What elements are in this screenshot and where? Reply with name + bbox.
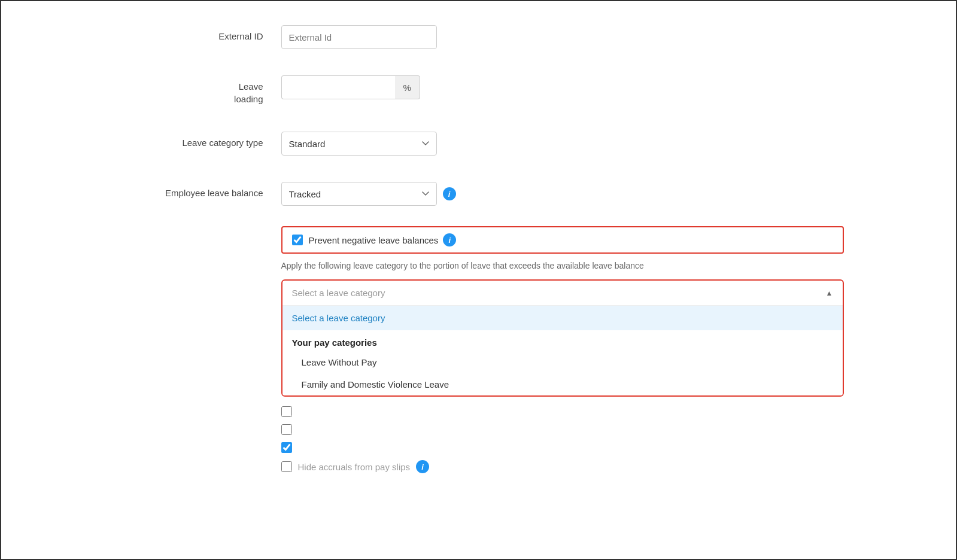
- extra-checkbox-rows: Hide accruals from pay slips i: [281, 406, 844, 479]
- prevent-negative-row: Prevent negative leave balances i: [281, 226, 844, 254]
- external-id-row: External ID: [114, 19, 844, 55]
- dropdown-item-lwp[interactable]: Leave Without Pay: [282, 351, 843, 373]
- prevent-section: Prevent negative leave balances i Apply …: [281, 226, 844, 397]
- leave-category-type-label: Leave category type: [114, 132, 281, 149]
- employee-leave-balance-select[interactable]: Tracked Not Tracked: [281, 182, 437, 206]
- hide-accruals-checkbox[interactable]: [281, 461, 292, 472]
- extra-checkbox-3[interactable]: [281, 442, 292, 453]
- extra-checkbox-2[interactable]: [281, 424, 292, 435]
- extra-checkbox-row-2: [281, 424, 844, 435]
- leave-category-type-control: Standard Custom: [281, 132, 844, 156]
- leave-loading-input[interactable]: 0: [281, 75, 395, 99]
- hide-accruals-info-icon[interactable]: i: [416, 460, 429, 473]
- employee-leave-balance-row: Employee leave balance Tracked Not Track…: [114, 176, 844, 212]
- external-id-label: External ID: [114, 25, 281, 42]
- employee-leave-balance-control: Tracked Not Tracked i: [281, 182, 844, 206]
- employee-leave-balance-info-icon[interactable]: i: [443, 187, 456, 200]
- leave-loading-group: 0 %: [281, 75, 420, 99]
- dropdown-list: Select a leave category Your pay categor…: [282, 306, 843, 395]
- bottom-row: Hide accruals from pay slips i: [281, 460, 844, 479]
- extra-checkbox-row-1: [281, 406, 844, 417]
- chevron-up-icon: ▲: [826, 289, 833, 297]
- dropdown-select-option[interactable]: Select a leave category: [282, 306, 843, 330]
- dropdown-placeholder: Select a leave category: [292, 288, 385, 298]
- hide-accruals-label: Hide accruals from pay slips: [298, 462, 411, 472]
- leave-category-type-row: Leave category type Standard Custom: [114, 126, 844, 162]
- sub-description: Apply the following leave category to th…: [281, 260, 844, 272]
- prevent-negative-label: Prevent negative leave balances i: [309, 233, 457, 246]
- leave-loading-row: Leave loading 0 %: [114, 69, 844, 111]
- dropdown-group-label: Your pay categories: [282, 330, 843, 351]
- external-id-control: [281, 25, 844, 49]
- percent-button: %: [395, 75, 420, 99]
- leave-loading-label: Leave loading: [114, 75, 281, 105]
- extra-checkbox-1[interactable]: [281, 406, 292, 417]
- prevent-negative-checkbox[interactable]: [292, 235, 303, 245]
- leave-category-dropdown-header[interactable]: Select a leave category ▲: [282, 281, 843, 306]
- page-wrapper: External ID Leave loading 0 % Leave cate…: [0, 0, 957, 560]
- leave-category-type-select[interactable]: Standard Custom: [281, 132, 437, 156]
- external-id-input[interactable]: [281, 25, 437, 49]
- employee-leave-balance-label: Employee leave balance: [114, 182, 281, 199]
- dropdown-item-fdvl[interactable]: Family and Domestic Violence Leave: [282, 373, 843, 395]
- leave-loading-control: 0 %: [281, 75, 844, 99]
- form-container: External ID Leave loading 0 % Leave cate…: [90, 19, 868, 479]
- leave-category-dropdown-section: Select a leave category ▲ Select a leave…: [281, 279, 844, 397]
- prevent-negative-info-icon[interactable]: i: [443, 233, 456, 246]
- extra-checkbox-row-3: [281, 442, 844, 453]
